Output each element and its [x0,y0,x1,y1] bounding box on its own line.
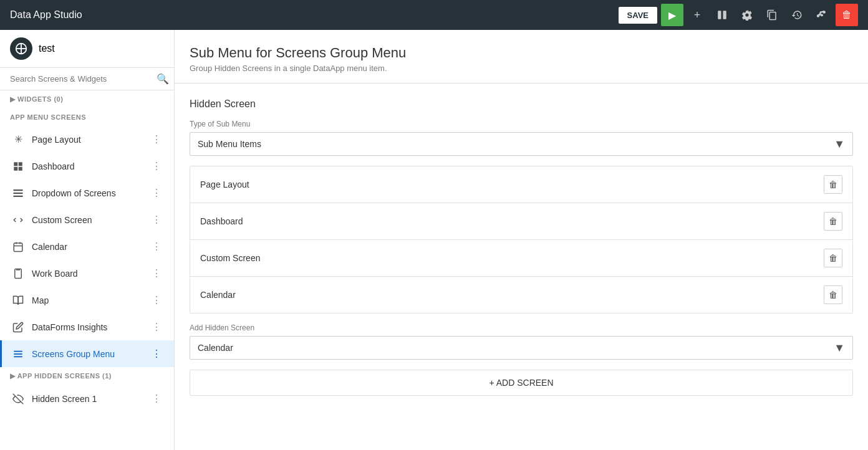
svg-rect-5 [14,162,17,166]
svg-rect-17 [14,350,22,352]
list-item: Calendar 🗑 [190,277,852,313]
delete-custom-screen-button[interactable]: 🗑 [824,249,842,267]
copy-button[interactable] [761,4,783,26]
svg-rect-10 [14,192,23,193]
add-screen-select[interactable]: Calendar Work Board Map DataForms Insigh… [190,337,852,359]
sidebar: test 🔍 ▶ WIDGETS (0) APP MENU SCREENS ✳ … [0,30,175,450]
search-bar: 🔍 [0,68,174,90]
delete-button[interactable]: 🗑 [836,4,858,26]
more-icon[interactable]: ⋮ [149,293,164,307]
svg-rect-19 [14,356,22,357]
bars-icon [12,188,24,199]
screen-name: Custom Screen [200,253,824,263]
screen-name: Calendar [200,290,824,300]
sidebar-item-custom-screen[interactable]: Custom Screen ⋮ [0,206,174,233]
calendar-icon [12,241,24,252]
book-open-icon [12,295,24,306]
search-input[interactable] [5,68,157,90]
more-icon[interactable]: ⋮ [149,239,164,254]
svg-rect-1 [723,11,726,19]
screen-name: Dashboard [200,216,824,226]
type-select-wrapper: Sub Menu Items Dropdown ▼ [190,132,853,156]
list-item: Page Layout 🗑 [190,166,852,203]
sidebar-item-label: DataForms Insights [32,322,149,332]
sidebar-item-screens-group-menu[interactable]: Screens Group Menu ⋮ [0,340,174,367]
add-screen-section: Add Hidden Screen Calendar Work Board Ma… [190,323,853,360]
sidebar-item-label: Dashboard [32,161,149,171]
sidebar-item-page-layout[interactable]: ✳ Page Layout ⋮ [0,126,174,153]
svg-rect-18 [14,353,22,355]
svg-rect-0 [718,11,721,19]
asterisk-icon: ✳ [12,133,24,145]
sidebar-item-work-board[interactable]: Work Board ⋮ [0,260,174,287]
svg-rect-11 [14,195,23,196]
more-icon[interactable]: ⋮ [149,159,164,173]
app-header: test [0,30,174,68]
more-icon[interactable]: ⋮ [149,266,164,280]
type-select[interactable]: Sub Menu Items Dropdown [190,133,852,155]
widgets-section-header[interactable]: ▶ WIDGETS (0) [0,90,174,108]
save-button[interactable]: SAVE [619,7,657,24]
more-icon[interactable]: ⋮ [149,213,164,227]
sidebar-item-dataforms-insights[interactable]: DataForms Insights ⋮ [0,314,174,340]
more-icon[interactable]: ⋮ [149,347,164,361]
sidebar-item-dropdown-of-screens[interactable]: Dropdown of Screens ⋮ [0,180,174,206]
content-area: Sub Menu for Screens Group Menu Group Hi… [175,30,868,450]
section-title: Hidden Screen [190,98,853,110]
screen-name: Page Layout [200,180,824,189]
sidebar-item-calendar[interactable]: Calendar ⋮ [0,233,174,260]
branch-button[interactable] [811,4,833,26]
list-item: Dashboard 🗑 [190,203,852,240]
sidebar-item-label: Screens Group Menu [32,349,149,359]
search-icon: 🔍 [157,73,169,85]
sidebar-item-label: Map [32,295,149,305]
sidebar-item-label: Page Layout [32,135,149,145]
play-button[interactable]: ▶ [661,4,683,26]
more-icon[interactable]: ⋮ [149,391,164,406]
delete-calendar-button[interactable]: 🗑 [824,285,842,304]
code-icon [12,214,24,226]
form-section: Hidden Screen Type of Sub Menu Sub Menu … [175,84,868,411]
sidebar-item-label: Work Board [32,269,149,279]
avatar [10,37,32,60]
svg-rect-9 [14,189,23,191]
more-icon[interactable]: ⋮ [149,320,164,334]
list-item: Custom Screen 🗑 [190,240,852,277]
dashboard-icon [12,161,24,172]
sidebar-item-label: Custom Screen [32,215,149,225]
topbar-actions: SAVE ▶ + 🗑 [619,4,858,26]
app-menu-section-header: APP MENU SCREENS [0,108,174,126]
add-screen-button[interactable]: + ADD SCREEN [190,370,853,396]
sidebar-item-dashboard[interactable]: Dashboard ⋮ [0,153,174,180]
app-name: test [39,43,55,54]
add-screen-select-wrapper: Calendar Work Board Map DataForms Insigh… [190,336,853,360]
type-label: Type of Sub Menu [190,120,853,128]
sidebar-item-label: Dropdown of Screens [32,188,149,198]
sidebar-item-label: Hidden Screen 1 [32,394,149,404]
page-header: Sub Menu for Screens Group Menu Group Hi… [175,30,868,84]
sidebar-item-label: Calendar [32,242,149,252]
svg-rect-8 [19,166,22,170]
svg-rect-12 [14,243,22,252]
pencil-icon [12,322,24,333]
columns-button[interactable] [711,4,733,26]
add-button[interactable]: + [686,4,708,26]
main-layout: test 🔍 ▶ WIDGETS (0) APP MENU SCREENS ✳ … [0,30,868,450]
svg-rect-7 [14,166,17,170]
more-icon[interactable]: ⋮ [149,132,164,146]
history-button[interactable] [786,4,808,26]
delete-dashboard-button[interactable]: 🗑 [824,212,842,231]
eye-slash-icon [12,393,24,405]
app-title: Data App Studio [10,9,82,21]
settings-button[interactable] [736,4,758,26]
more-icon[interactable]: ⋮ [149,186,164,200]
topbar: Data App Studio SAVE ▶ + 🗑 [0,0,868,30]
clipboard-icon [12,268,24,279]
menu-lines-icon [12,348,24,360]
svg-rect-6 [19,162,22,166]
delete-page-layout-button[interactable]: 🗑 [824,175,842,194]
screen-list: Page Layout 🗑 Dashboard 🗑 Custom Screen … [190,166,853,314]
sidebar-item-hidden-screen-1[interactable]: Hidden Screen 1 ⋮ [0,385,174,412]
sidebar-item-map[interactable]: Map ⋮ [0,287,174,314]
hidden-section-header[interactable]: ▶ APP HIDDEN SCREENS (1) [0,367,174,385]
